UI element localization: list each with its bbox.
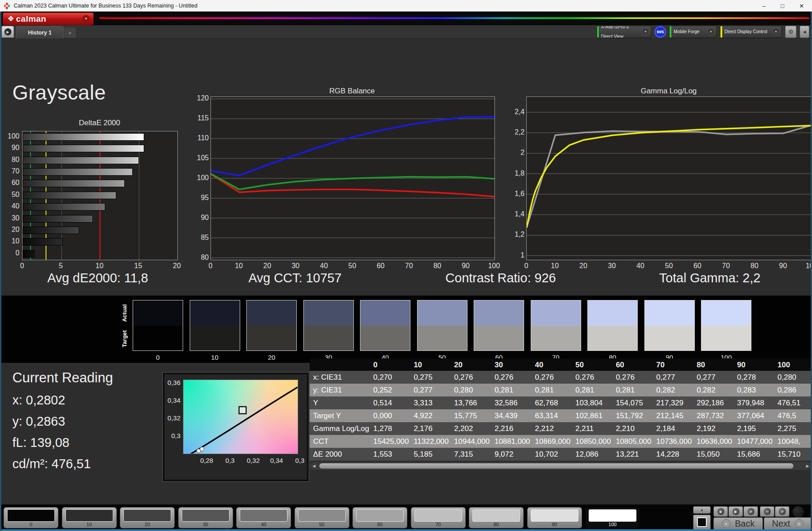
deltae-bar-row	[23, 225, 177, 236]
table-cell: 0,286	[771, 384, 812, 396]
pattern-patch-20[interactable]: 20	[120, 507, 175, 528]
reading-cdm2: cd/m²: 476,51	[12, 457, 113, 471]
pattern-patch-80[interactable]: 80	[469, 507, 524, 528]
chart-title: Gamma Log/Log	[641, 87, 697, 96]
swatch-50	[417, 300, 467, 351]
pattern-patch-10[interactable]: 10	[62, 507, 117, 528]
cie-diagram	[183, 380, 298, 454]
swatch-target	[645, 326, 694, 351]
calman-mark-icon: ❖	[8, 14, 14, 23]
deltae-bar-row	[23, 201, 177, 213]
actual-row-label: Actual	[121, 304, 128, 322]
step-button[interactable]: ⇄	[743, 506, 758, 517]
collapse-panel-button[interactable]: ◀	[800, 26, 809, 38]
y-axis-tick-label: 0,36	[165, 379, 180, 386]
summary-stat-1: Avg CCT: 10757	[249, 271, 342, 285]
minimize-button[interactable]: –	[762, 3, 766, 9]
pattern-patch-100[interactable]: 100	[585, 507, 640, 528]
swatch-10	[190, 300, 240, 351]
arrow-right-icon: ▶	[4, 28, 11, 35]
page-title: Grayscale	[12, 81, 106, 104]
y-axis-tick-label: 1,6	[507, 190, 525, 198]
chevron-down-icon[interactable]: ▼	[772, 28, 780, 35]
deltae-bar-row	[23, 190, 177, 201]
back-button[interactable]: « Back	[713, 517, 763, 530]
meter-status-badge[interactable]: 695	[655, 26, 666, 38]
display-control-select[interactable]: Direct Display Control ▼	[720, 26, 782, 38]
y-axis-tick-label: 110	[191, 134, 209, 142]
stop-button[interactable]: ■	[713, 506, 728, 517]
swatch-target	[304, 326, 353, 351]
pattern-patch-0[interactable]: 0	[4, 507, 58, 528]
patch-label: 40	[237, 522, 291, 527]
y-axis-tick-label: 95	[191, 194, 209, 202]
row-label: CCT	[310, 435, 367, 448]
swatch-90	[644, 300, 695, 351]
continuous-button[interactable]: ∞	[760, 506, 774, 517]
settings-button[interactable]: ⚙	[785, 26, 797, 38]
patch-swatch	[182, 509, 230, 522]
swatch-actual	[304, 300, 353, 326]
spectrum-bar	[99, 17, 809, 19]
pattern-patch-90[interactable]: 90	[527, 507, 582, 528]
chevron-down-icon[interactable]: ▼	[707, 28, 715, 35]
swatch-target	[133, 326, 183, 351]
table-row: CCT15425,00011322,00010944,00010881,0001…	[310, 435, 812, 448]
refresh-button[interactable]: ⟳	[775, 506, 789, 517]
pattern-patch-50[interactable]: 50	[295, 507, 349, 528]
table-horizontal-scrollbar[interactable]: ◀ ▶	[310, 462, 812, 470]
chevron-left-icon: «	[722, 519, 731, 528]
x-axis-tick-label: 30	[608, 262, 616, 270]
source-select[interactable]: Mobile Forge ▼	[669, 26, 717, 38]
column-header: 30	[488, 358, 529, 371]
table-cell: 15,710	[771, 448, 812, 461]
pattern-patch-70[interactable]: 70	[411, 507, 466, 528]
ribbon-bar: ❖ calman ▼	[0, 12, 812, 25]
deltae-bar	[23, 203, 105, 211]
summary-stat-3: Total Gamma: 2,2	[659, 271, 761, 285]
y-axis-tick-label: 30	[2, 214, 19, 222]
play-button[interactable]: ▶	[728, 506, 743, 517]
y-axis-tick-label: 40	[2, 202, 19, 210]
table-row: ΔE 20001,5535,1857,3159,07210,70212,0861…	[310, 448, 812, 461]
x-axis-tick-label: 10	[96, 262, 103, 270]
maximize-button[interactable]: □	[781, 3, 784, 9]
x-axis-tick-label: 60	[377, 262, 385, 270]
pattern-patch-40[interactable]: 40	[236, 507, 291, 528]
next-button[interactable]: Next »	[764, 517, 812, 530]
deltae-bar-row	[23, 213, 177, 225]
scroll-right-arrow-icon[interactable]: ▶	[804, 463, 811, 469]
pattern-window-button[interactable]	[693, 515, 711, 530]
swatch-actual	[474, 300, 524, 326]
target-row-label: Target	[121, 330, 128, 347]
gear-icon: ⚙	[788, 28, 793, 35]
swatch-actual	[133, 300, 183, 326]
x-axis-tick-label: 100	[488, 262, 500, 270]
deltae-bar	[23, 157, 139, 164]
brand-label: calman	[16, 14, 46, 24]
meter-select[interactable]: X-Rite i1Pro 3 Direct View ▼	[597, 26, 651, 38]
close-button[interactable]: ✕	[799, 3, 804, 9]
chevron-down-icon[interactable]: ▼	[82, 15, 90, 23]
panel-expand-button[interactable]: ▲	[693, 506, 711, 514]
pattern-patch-60[interactable]: 60	[352, 507, 407, 528]
scrollbar-thumb[interactable]	[319, 463, 793, 469]
pattern-patch-30[interactable]: 30	[178, 507, 233, 528]
display-label: Direct Display Control	[724, 29, 767, 34]
tab-history-1[interactable]: History 1	[16, 26, 64, 38]
refresh-icon: ⟳	[779, 508, 786, 515]
calman-menu-button[interactable]: ❖ calman ▼	[3, 12, 94, 25]
arrow-up-icon: ▲	[700, 508, 704, 512]
y-axis-tick-label: 90	[191, 214, 209, 222]
chevron-down-icon[interactable]: ▼	[642, 28, 649, 35]
x-axis-tick-label: 60	[693, 262, 701, 270]
x-axis-tick-label: 15	[134, 262, 142, 270]
swatch-100	[701, 300, 751, 351]
column-header: 80	[690, 358, 731, 371]
tab-scroll-button[interactable]: ▶	[2, 26, 14, 38]
source-label: Mobile Forge	[674, 29, 699, 34]
scroll-left-arrow-icon[interactable]: ◀	[310, 463, 318, 469]
swatch-actual	[588, 300, 637, 326]
chart-title: RGB Balance	[329, 87, 375, 96]
add-tab-button[interactable]: +	[64, 27, 76, 38]
